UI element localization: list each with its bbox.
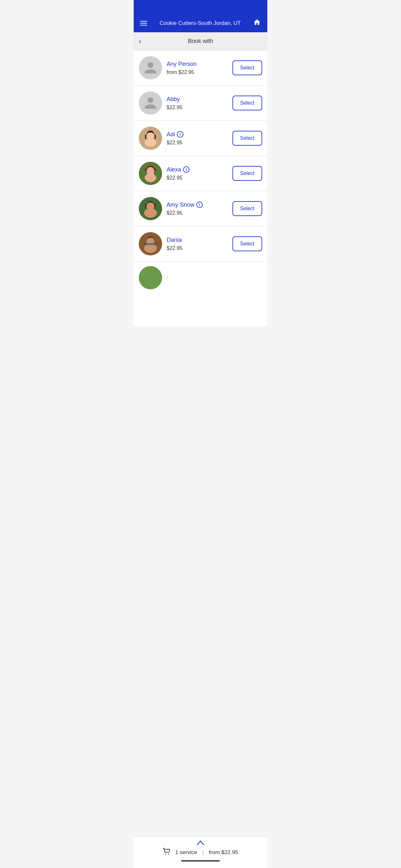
staff-item-dania: Dania $22.95 Select <box>134 226 267 261</box>
home-indicator <box>181 860 220 862</box>
select-button-abby[interactable]: Select <box>233 96 262 111</box>
svg-point-9 <box>147 202 154 210</box>
select-button-any-person[interactable]: Select <box>233 60 262 75</box>
home-icon[interactable] <box>253 19 261 28</box>
svg-point-16 <box>168 854 169 855</box>
staff-item-adi: Adi i $22.95 Select <box>134 121 267 156</box>
staff-item-any-person: Any Person from $22.95 Select <box>134 51 267 86</box>
staff-info-dania: Dania $22.95 <box>162 237 233 251</box>
avatar-alexa <box>139 162 162 185</box>
staff-name-partial: · <box>166 274 258 280</box>
staff-info-abby: Abby $22.95 <box>162 96 233 111</box>
sub-header: ‹ Book with <box>134 32 267 51</box>
avatar-any-person <box>139 56 162 80</box>
info-icon-amy-snow[interactable]: i <box>196 202 203 208</box>
staff-info-alexa: Alexa i $22.95 <box>162 166 233 181</box>
select-button-adi[interactable]: Select <box>233 131 262 146</box>
select-button-amy-snow[interactable]: Select <box>233 201 262 216</box>
staff-price-any-person: from $22.95 <box>166 69 228 75</box>
bottom-bar: 1 service | from $22.95 <box>134 837 267 868</box>
info-icon-alexa[interactable]: i <box>183 166 189 173</box>
staff-price-amy-snow: $22.95 <box>166 210 228 216</box>
staff-price-abby: $22.95 <box>166 104 228 111</box>
staff-name-dania: Dania <box>166 237 228 244</box>
staff-item-abby: Abby $22.95 Select <box>134 86 267 121</box>
staff-item-alexa: Alexa i $22.95 Select <box>134 156 267 191</box>
staff-name-any-person: Any Person <box>166 61 228 67</box>
cart-icon <box>163 848 171 857</box>
avatar-adi <box>139 127 162 150</box>
staff-price-dania: $22.95 <box>166 245 228 251</box>
sub-header-title: Book with <box>188 38 213 44</box>
header-title: Cookie Cutters-South Jordan, UT <box>147 20 253 27</box>
staff-price-adi: $22.95 <box>166 140 228 146</box>
staff-name-abby: Abby <box>166 96 228 103</box>
app-header: Cookie Cutters-South Jordan, UT <box>134 14 267 32</box>
staff-name-amy-snow: Amy Snow i <box>166 202 228 208</box>
staff-price-alexa: $22.95 <box>166 175 228 181</box>
staff-list: Any Person from $22.95 Select Abby $22.9… <box>134 51 267 326</box>
select-button-dania[interactable]: Select <box>233 237 262 251</box>
staff-info-amy-snow: Amy Snow i $22.95 <box>162 202 233 216</box>
info-icon-adi[interactable]: i <box>177 131 183 137</box>
svg-point-6 <box>147 167 154 175</box>
svg-rect-13 <box>144 243 157 245</box>
avatar-abby <box>139 91 162 115</box>
svg-point-15 <box>166 854 166 855</box>
back-button[interactable]: ‹ <box>139 37 141 45</box>
staff-item-amy-snow: Amy Snow i $22.95 Select <box>134 191 267 226</box>
bottom-chevron[interactable] <box>140 837 261 848</box>
staff-info-any-person: Any Person from $22.95 <box>162 61 233 75</box>
status-bar <box>134 0 267 14</box>
service-count: 1 service <box>175 849 197 856</box>
staff-name-adi: Adi i <box>166 131 228 138</box>
staff-info-partial: · <box>162 274 262 282</box>
bottom-content: 1 service | from $22.95 <box>140 848 261 857</box>
partial-staff-item: · <box>134 261 267 294</box>
avatar-dania <box>139 232 162 255</box>
staff-name-alexa: Alexa i <box>166 166 228 173</box>
avatar-amy-snow <box>139 197 162 220</box>
bottom-divider: | <box>202 849 204 856</box>
select-button-alexa[interactable]: Select <box>233 166 262 181</box>
bottom-price: from $22.95 <box>209 849 238 856</box>
staff-info-adi: Adi i $22.95 <box>162 131 233 146</box>
avatar-partial <box>139 266 162 289</box>
hamburger-icon[interactable] <box>140 21 147 26</box>
svg-point-14 <box>139 266 162 289</box>
